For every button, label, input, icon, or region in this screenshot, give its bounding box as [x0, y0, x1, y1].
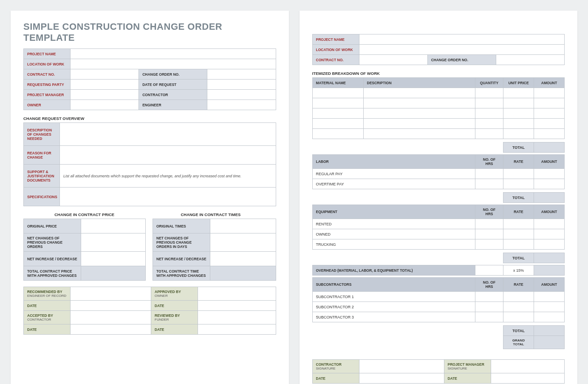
field-project-name[interactable]	[71, 49, 276, 59]
lbl-acc-by: ACCEPTED BYCONTRACTOR	[24, 311, 71, 324]
lbl-rate: RATE	[503, 155, 534, 169]
lbl-netprev-times: NET CHANGES OF PREVIOUS CHANGE ORDERS IN…	[153, 233, 210, 252]
field-rec-by[interactable]	[71, 287, 151, 301]
field-pm[interactable]	[71, 90, 139, 100]
field-acc-date[interactable]	[71, 324, 151, 335]
field-app-by[interactable]	[198, 287, 276, 301]
row-overtime: OVERTIME PAY	[312, 179, 475, 189]
lbl-csig: CONTRACTORSIGNATURE	[312, 360, 359, 373]
field-netinc-price[interactable]	[81, 252, 146, 266]
field-orig-price[interactable]	[81, 219, 146, 233]
field-owner[interactable]	[71, 100, 139, 110]
equipment-table: EQUIPMENT NO. OF HRS RATE AMOUNT RENTED …	[312, 205, 565, 263]
lbl-date-request: DATE OF REQUEST	[139, 80, 207, 90]
mat-total-lbl: TOTAL	[503, 142, 534, 153]
field-rev-by[interactable]	[198, 311, 276, 324]
lbl-specs: SPECIFICATIONS	[24, 188, 60, 206]
grand-total[interactable]	[534, 336, 565, 349]
grand-total-lbl: GRAND TOTAL	[503, 336, 534, 349]
mat-row[interactable]	[312, 108, 363, 119]
equip-total[interactable]	[534, 253, 565, 263]
lbl-reason: REASON FOR CHANGE	[24, 146, 60, 165]
lbl-rec-by: RECOMMENDED BYENGINEER OF RECORD	[24, 287, 71, 301]
lbl-total-times: TOTAL CONTRACT TIME WITH APPROVED CHANGE…	[153, 266, 210, 281]
lbl-engineer: ENGINEER	[139, 100, 207, 110]
lbl-support: SUPPORT & JUSTIFICATION DOCUMENTS	[24, 165, 60, 188]
field-pmsig[interactable]	[491, 360, 565, 373]
mat-row[interactable]	[312, 88, 363, 98]
field-orig-times[interactable]	[210, 219, 276, 233]
field-netprev-times[interactable]	[210, 233, 276, 252]
field-desc[interactable]	[60, 123, 276, 146]
field-app-date[interactable]	[198, 301, 276, 311]
field-location[interactable]	[71, 59, 276, 69]
overview-table: DESCRIPTION OF CHANGES NEEDED REASON FOR…	[23, 122, 276, 206]
materials-table: MATERIAL NAME DESCRIPTION QUANTITY UNIT …	[312, 77, 565, 153]
lbl2-ono: CHANGE ORDER NO.	[427, 55, 496, 65]
field-total-times[interactable]	[210, 266, 276, 281]
field-requesting-party[interactable]	[71, 80, 139, 90]
lbl-equip: EQUIPMENT	[312, 205, 475, 219]
row-rented: RENTED	[312, 219, 475, 229]
approvals-table: RECOMMENDED BYENGINEER OF RECORD APPROVE…	[23, 287, 276, 335]
field-rev-date[interactable]	[198, 324, 276, 335]
price-times-table: ORIGINAL PRICE ORIGINAL TIMES NET CHANGE…	[23, 219, 276, 281]
lbl2-loc: LOCATION OF WORK	[312, 45, 359, 55]
col-desc: DESCRIPTION	[363, 78, 475, 88]
page-1: SIMPLE CONSTRUCTION CHANGE ORDER TEMPLAT…	[11, 11, 289, 384]
lbl-netinc-price: NET INCREASE / DECREASE	[24, 252, 81, 266]
lbl-orig-times: ORIGINAL TIMES	[153, 219, 210, 233]
overview-heading: CHANGE REQUEST OVERVIEW	[23, 116, 276, 121]
field-change-order-no[interactable]	[207, 69, 276, 80]
row-trucking: TRUCKING	[312, 239, 475, 250]
field-netprev-price[interactable]	[81, 233, 146, 252]
field2-ono[interactable]	[496, 55, 564, 65]
subs-table: SUBCONTRACTORS NO. OF HRS RATE AMOUNT SU…	[312, 277, 565, 349]
times-title: CHANGE IN CONTRACT TIMES	[150, 212, 276, 217]
lbl-subs: SUBCONTRACTORS	[312, 278, 475, 292]
lbl-labor: LABOR	[312, 155, 475, 169]
overhead-amt[interactable]	[534, 265, 565, 276]
field-specs[interactable]	[60, 188, 276, 206]
field-support[interactable]: List all attached documents which suppor…	[60, 165, 276, 188]
lbl-app-date: DATE	[151, 301, 198, 311]
labor-total-lbl: TOTAL	[503, 193, 534, 203]
equip-total-lbl: TOTAL	[503, 253, 534, 263]
lbl-netinc-times: NET INCREASE / DECREASE	[153, 252, 210, 266]
field-csig[interactable]	[359, 360, 444, 373]
overhead-table: OVERHEAD (MATERIAL, LABOR, & EQUIPMENT T…	[312, 265, 565, 276]
field-contractor[interactable]	[207, 90, 276, 100]
lbl-pmdate: DATE	[444, 373, 491, 384]
mat-row[interactable]	[312, 98, 363, 108]
header-table-1: PROJECT NAME LOCATION OF WORK CONTRACT N…	[23, 48, 276, 110]
field-date-request[interactable]	[207, 80, 276, 90]
lbl-cdate: DATE	[312, 373, 359, 384]
lbl-rev-by: REVIEWED BYFUNDER	[151, 311, 198, 324]
field-acc-by[interactable]	[71, 311, 151, 324]
row-sub2: SUBCONTRACTOR 2	[312, 302, 475, 312]
field2-loc[interactable]	[359, 45, 565, 55]
field-netinc-times[interactable]	[210, 252, 276, 266]
header-table-2: PROJECT NAME LOCATION OF WORK CONTRACT N…	[312, 34, 565, 65]
row-sub1: SUBCONTRACTOR 1	[312, 292, 475, 302]
field-pmdate[interactable]	[491, 373, 565, 384]
field2-project[interactable]	[359, 34, 565, 45]
labor-total[interactable]	[534, 193, 565, 203]
field-rec-date[interactable]	[71, 301, 151, 311]
lbl-netprev-price: NET CHANGES OF PREVIOUS CHANGE ORDERS	[24, 233, 81, 252]
field2-cno[interactable]	[359, 55, 427, 65]
mat-total[interactable]	[534, 142, 565, 153]
mat-row[interactable]	[312, 119, 363, 129]
field-total-price[interactable]	[81, 266, 146, 281]
mat-row[interactable]	[312, 129, 363, 139]
subs-total[interactable]	[534, 326, 565, 336]
field-cdate[interactable]	[359, 373, 444, 384]
lbl-pct: x 15%	[503, 265, 534, 276]
lbl-contract-no: CONTRACT NO.	[24, 69, 71, 80]
row-owned: OWNED	[312, 229, 475, 239]
field-oh-hrs[interactable]	[475, 265, 503, 276]
field-contract-no[interactable]	[71, 69, 139, 80]
field-engineer[interactable]	[207, 100, 276, 110]
lbl-rec-date: DATE	[24, 301, 71, 311]
field-reason[interactable]	[60, 146, 276, 165]
